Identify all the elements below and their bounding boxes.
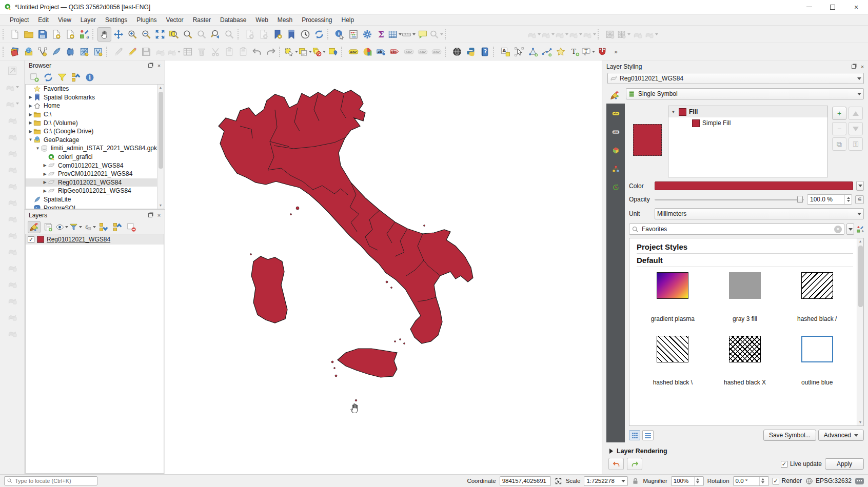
select-by-location-button[interactable] — [326, 45, 340, 59]
browser-item-colori-grafici[interactable]: colori_grafici — [26, 153, 164, 161]
expand-all-layers-button[interactable] — [97, 221, 110, 233]
text-annotation-button[interactable] — [498, 45, 512, 59]
deselect-features-button[interactable] — [312, 45, 326, 59]
browser-item-geopackage[interactable]: ▼GeoPackage — [26, 136, 164, 145]
map-canvas[interactable] — [165, 60, 602, 474]
filter-browser-button[interactable] — [55, 71, 68, 84]
menu-web[interactable]: Web — [251, 15, 272, 25]
expander-icon[interactable]: ▶ — [28, 112, 33, 117]
save-project-button[interactable] — [35, 27, 49, 42]
add-symbol-layer-button[interactable]: + — [832, 107, 846, 120]
move-feature-dropdown[interactable] — [16, 103, 19, 105]
menu-edit[interactable]: Edit — [33, 15, 53, 25]
browser-item-provcm01012021-wgs84[interactable]: ▶ProvCM01012021_WGS84 — [26, 170, 164, 178]
new-spatial-bookmark-button[interactable] — [270, 27, 284, 42]
remove-layer-button[interactable] — [125, 221, 137, 233]
add-postgis-layer-button[interactable] — [63, 45, 77, 59]
pan-to-selection-button[interactable] — [111, 27, 125, 42]
python-console-button[interactable] — [464, 45, 478, 59]
locator-search[interactable] — [4, 476, 97, 485]
menu-vector[interactable]: Vector — [162, 15, 188, 25]
browser-close-button[interactable]: × — [155, 62, 163, 69]
form-annotation-button[interactable] — [581, 45, 595, 59]
tab-diagrams[interactable] — [608, 162, 623, 175]
identify-features-button[interactable] — [332, 27, 346, 42]
open-project-button[interactable] — [22, 27, 35, 42]
lock-scale-icon[interactable] — [632, 477, 639, 485]
scale-combo[interactable]: 1:7252278 — [584, 476, 628, 486]
browser-item-d-volume-[interactable]: ▶D:\ (Volume) — [26, 118, 164, 127]
select-annotation-button[interactable] — [512, 45, 526, 59]
close-button[interactable]: × — [844, 0, 868, 14]
field-calculator-button[interactable] — [346, 27, 360, 42]
expander-icon[interactable]: ▼ — [28, 137, 33, 142]
rotation-spinbox[interactable]: 0.0 ° — [733, 476, 769, 486]
collapse-all-browser-button[interactable] — [69, 71, 82, 84]
filter-legend-dropdown[interactable] — [79, 226, 82, 228]
layers-close-button[interactable]: × — [155, 212, 163, 219]
text-annotation-along-line-button[interactable] — [567, 45, 581, 59]
tab-labels[interactable] — [608, 107, 623, 120]
zoom-in-button[interactable] — [125, 27, 139, 42]
new-print-layout-button[interactable] — [49, 27, 63, 42]
layer-selector-combo[interactable]: Reg01012021_WGS84 — [607, 73, 864, 84]
refresh-map-button[interactable] — [312, 27, 326, 42]
metasearch-button[interactable] — [450, 45, 464, 59]
layer-diagram-button[interactable] — [360, 45, 374, 59]
symbology-tab-icon[interactable] — [607, 88, 623, 103]
browser-item-g-google-drive-[interactable]: ▶G:\ (Google Drive) — [26, 127, 164, 136]
style-outline-blue[interactable]: outline blue — [781, 336, 853, 397]
menu-mesh[interactable]: Mesh — [273, 15, 297, 25]
zoom-last-button[interactable] — [208, 27, 222, 42]
select-features-by-value-button[interactable] — [298, 45, 312, 59]
measure-line-button[interactable] — [402, 27, 416, 42]
marker-annotation-button[interactable] — [554, 45, 567, 59]
layer-rendering-section[interactable]: Layer Rendering — [609, 448, 868, 455]
pan-map-button[interactable] — [97, 27, 111, 42]
browser-scrollbar[interactable]: ▲▼ — [157, 85, 164, 209]
color-dropdown-button[interactable] — [856, 181, 864, 191]
expander-icon[interactable]: ▶ — [28, 104, 33, 108]
expander-icon[interactable]: ▶ — [42, 189, 48, 193]
browser-item-postgresql[interactable]: PostgreSQL — [26, 204, 164, 209]
mesh-transform-dropdown[interactable] — [655, 33, 658, 35]
tab-masks[interactable] — [608, 125, 623, 138]
style-search-input[interactable] — [642, 226, 832, 233]
highlight-pinned-labels-button[interactable] — [388, 45, 402, 59]
polygon-annotation-button[interactable] — [526, 45, 540, 59]
crs-status[interactable]: EPSG:32632 — [805, 477, 852, 485]
fill-color-button[interactable] — [655, 181, 853, 190]
maximize-button[interactable] — [821, 0, 844, 14]
map-tips-button[interactable] — [416, 27, 429, 42]
style-gray-3-fill[interactable]: gray 3 fill — [709, 272, 781, 334]
style-manager-icon[interactable] — [856, 226, 864, 233]
enable-snapping-button[interactable] — [595, 45, 609, 59]
renderer-combo[interactable]: Single Symbol — [626, 88, 864, 99]
statistical-summary-button[interactable] — [374, 27, 388, 42]
enable-properties-widget-button[interactable] — [83, 71, 96, 84]
layout-manager-button[interactable] — [63, 27, 77, 42]
undo-style-button[interactable] — [608, 458, 624, 470]
symbol-layer-fill[interactable]: ▼Fill — [668, 106, 827, 117]
clear-search-icon[interactable]: ✕ — [834, 226, 842, 233]
browser-float-button[interactable] — [147, 62, 154, 69]
minimize-button[interactable] — [797, 0, 821, 14]
zoom-to-selection-button[interactable] — [167, 27, 181, 42]
extents-toggle-icon[interactable] — [555, 477, 562, 485]
open-data-source-manager-button[interactable] — [8, 45, 22, 59]
layers-float-button[interactable] — [147, 212, 154, 219]
browser-item-favorites[interactable]: Favorites — [26, 85, 164, 93]
open-attribute-table-button[interactable] — [388, 27, 402, 42]
expander-icon[interactable]: ▼ — [35, 146, 41, 151]
layer-labeling-button[interactable] — [346, 45, 360, 59]
temporal-controller-button[interactable] — [298, 27, 312, 42]
new-project-button[interactable] — [8, 27, 22, 42]
opacity-spinbox[interactable]: 100.0 % — [807, 194, 852, 205]
layer-visibility-checkbox[interactable]: ✓ — [28, 236, 34, 243]
manage-map-themes-button[interactable] — [55, 221, 68, 233]
line-annotation-button[interactable] — [540, 45, 554, 59]
style-hashed-black-x[interactable]: hashed black X — [709, 336, 781, 397]
manage-map-themes-dropdown[interactable] — [65, 226, 68, 228]
style-search-box[interactable]: ✕ — [629, 224, 844, 235]
browser-item-reg01012021-wgs84[interactable]: ▶Reg01012021_WGS84 — [26, 178, 164, 187]
